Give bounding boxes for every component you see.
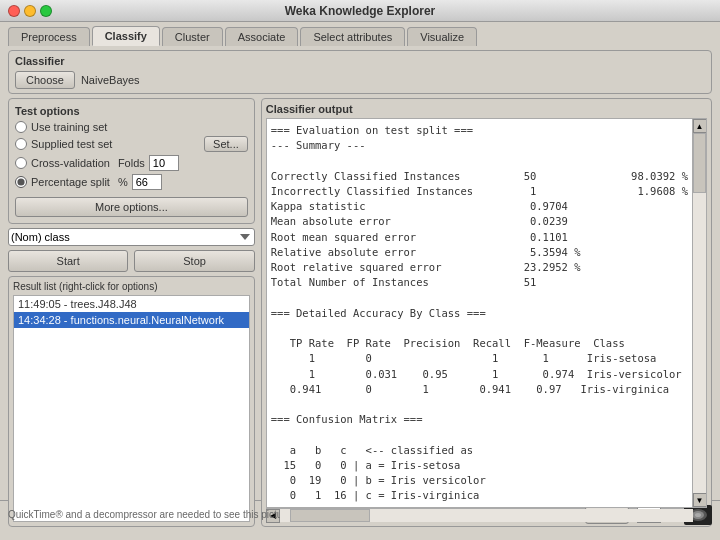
tab-select-attributes[interactable]: Select attributes xyxy=(300,27,405,46)
cross-validation-label: Cross-validation xyxy=(31,157,110,169)
start-stop-row: Start Stop xyxy=(8,250,255,272)
output-text[interactable]: === Evaluation on test split === --- Sum… xyxy=(267,119,692,507)
stop-button[interactable]: Stop xyxy=(134,250,254,272)
result-item-neural[interactable]: 14:34:28 - functions.neural.NeuralNetwor… xyxy=(14,312,249,328)
supplied-test-row: Supplied test set Set... xyxy=(15,136,248,152)
cross-validation-radio[interactable] xyxy=(15,157,27,169)
scrollbar-thumb[interactable] xyxy=(693,133,706,193)
scroll-down-icon[interactable]: ▼ xyxy=(693,493,707,507)
tab-visualize[interactable]: Visualize xyxy=(407,27,477,46)
choose-button[interactable]: Choose xyxy=(15,71,75,89)
tab-cluster[interactable]: Cluster xyxy=(162,27,223,46)
hscroll-thumb[interactable] xyxy=(290,509,370,522)
right-panel: Classifier output === Evaluation on test… xyxy=(261,98,712,527)
result-list[interactable]: 11:49:05 - trees.J48.J48 14:34:28 - func… xyxy=(13,295,250,522)
tab-associate[interactable]: Associate xyxy=(225,27,299,46)
horizontal-scrollbar[interactable]: ◀ ▶ xyxy=(266,508,707,522)
test-options-group: Test options Use training set Supplied t… xyxy=(8,98,255,224)
hscroll-track[interactable] xyxy=(280,509,693,522)
scrollbar-track[interactable] xyxy=(693,133,706,493)
classifier-output-group: Classifier output === Evaluation on test… xyxy=(261,98,712,527)
folds-input[interactable] xyxy=(149,155,179,171)
close-button[interactable] xyxy=(8,5,20,17)
supplied-test-radio[interactable] xyxy=(15,138,27,150)
window-controls[interactable] xyxy=(8,5,52,17)
maximize-button[interactable] xyxy=(40,5,52,17)
tab-preprocess[interactable]: Preprocess xyxy=(8,27,90,46)
result-list-group: Result list (right-click for options) 11… xyxy=(8,276,255,527)
use-training-row: Use training set xyxy=(15,121,248,133)
more-options-button[interactable]: More options... xyxy=(15,197,248,217)
classifier-group: Classifier Choose NaiveBayes xyxy=(8,50,712,94)
vertical-scrollbar[interactable]: ▲ ▼ xyxy=(692,119,706,507)
use-training-label: Use training set xyxy=(31,121,107,133)
classifier-name: NaiveBayes xyxy=(81,74,140,86)
classifier-row: Choose NaiveBayes xyxy=(15,71,705,89)
scroll-up-icon[interactable]: ▲ xyxy=(693,119,707,133)
output-area: === Evaluation on test split === --- Sum… xyxy=(266,118,707,508)
title-bar: Weka Knowledge Explorer xyxy=(0,0,720,22)
class-select[interactable]: (Nom) class xyxy=(8,228,255,246)
use-training-radio[interactable] xyxy=(15,121,27,133)
start-button[interactable]: Start xyxy=(8,250,128,272)
main-content: Classifier Choose NaiveBayes Test option… xyxy=(0,46,720,500)
result-item-trees[interactable]: 11:49:05 - trees.J48.J48 xyxy=(14,296,249,312)
classifier-label: Classifier xyxy=(15,55,705,67)
percent-input[interactable] xyxy=(132,174,162,190)
supplied-test-label: Supplied test set xyxy=(31,138,112,150)
tab-classify[interactable]: Classify xyxy=(92,26,160,46)
percent-symbol: % xyxy=(118,176,128,188)
cross-validation-row: Cross-validation Folds xyxy=(15,155,248,171)
test-options-label: Test options xyxy=(15,105,248,117)
left-panel: Test options Use training set Supplied t… xyxy=(8,98,255,527)
percentage-split-row: Percentage split % xyxy=(15,174,248,190)
set-button[interactable]: Set... xyxy=(204,136,248,152)
percentage-split-radio[interactable] xyxy=(15,176,27,188)
svg-point-2 xyxy=(695,513,701,517)
folds-label: Folds xyxy=(118,157,145,169)
minimize-button[interactable] xyxy=(24,5,36,17)
quick-info-text: QuickTime® and a decompressor are needed… xyxy=(8,509,294,520)
window-title: Weka Knowledge Explorer xyxy=(285,4,436,18)
classifier-output-label: Classifier output xyxy=(266,103,707,115)
percentage-split-label: Percentage split xyxy=(31,176,110,188)
result-list-label: Result list (right-click for options) xyxy=(13,281,250,292)
middle-section: Test options Use training set Supplied t… xyxy=(8,98,712,527)
class-select-row: (Nom) class xyxy=(8,228,255,246)
tab-bar: Preprocess Classify Cluster Associate Se… xyxy=(0,22,720,46)
